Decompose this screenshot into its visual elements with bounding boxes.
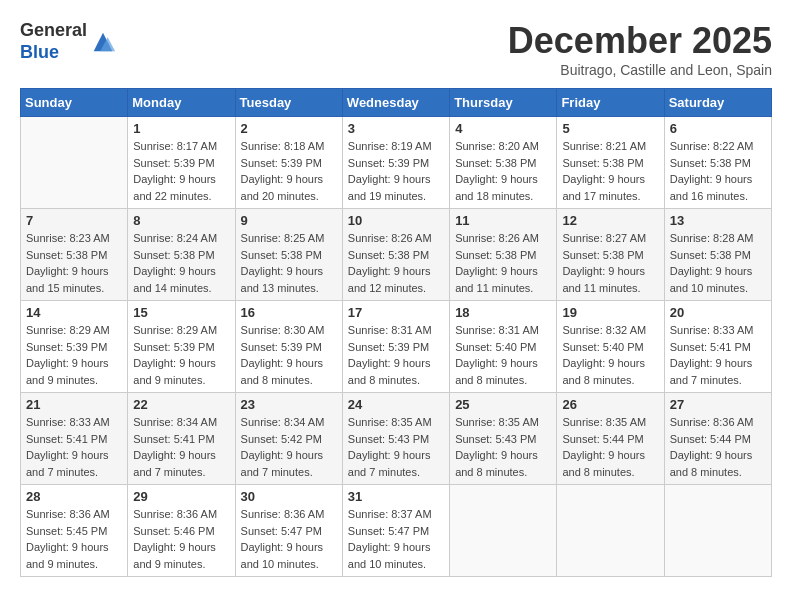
day-number: 23 (241, 397, 337, 412)
calendar-cell: 1Sunrise: 8:17 AMSunset: 5:39 PMDaylight… (128, 117, 235, 209)
calendar-cell: 31Sunrise: 8:37 AMSunset: 5:47 PMDayligh… (342, 485, 449, 577)
day-info: Sunrise: 8:23 AMSunset: 5:38 PMDaylight:… (26, 230, 122, 296)
day-number: 22 (133, 397, 229, 412)
day-number: 20 (670, 305, 766, 320)
calendar-week-row: 7Sunrise: 8:23 AMSunset: 5:38 PMDaylight… (21, 209, 772, 301)
day-number: 9 (241, 213, 337, 228)
day-number: 27 (670, 397, 766, 412)
day-info: Sunrise: 8:26 AMSunset: 5:38 PMDaylight:… (348, 230, 444, 296)
calendar-cell: 23Sunrise: 8:34 AMSunset: 5:42 PMDayligh… (235, 393, 342, 485)
calendar-week-row: 21Sunrise: 8:33 AMSunset: 5:41 PMDayligh… (21, 393, 772, 485)
day-info: Sunrise: 8:37 AMSunset: 5:47 PMDaylight:… (348, 506, 444, 572)
day-number: 17 (348, 305, 444, 320)
day-number: 3 (348, 121, 444, 136)
day-number: 13 (670, 213, 766, 228)
day-info: Sunrise: 8:26 AMSunset: 5:38 PMDaylight:… (455, 230, 551, 296)
day-number: 24 (348, 397, 444, 412)
day-info: Sunrise: 8:25 AMSunset: 5:38 PMDaylight:… (241, 230, 337, 296)
day-info: Sunrise: 8:36 AMSunset: 5:46 PMDaylight:… (133, 506, 229, 572)
calendar-cell: 24Sunrise: 8:35 AMSunset: 5:43 PMDayligh… (342, 393, 449, 485)
day-number: 11 (455, 213, 551, 228)
day-info: Sunrise: 8:33 AMSunset: 5:41 PMDaylight:… (670, 322, 766, 388)
day-number: 30 (241, 489, 337, 504)
day-info: Sunrise: 8:19 AMSunset: 5:39 PMDaylight:… (348, 138, 444, 204)
calendar-cell: 9Sunrise: 8:25 AMSunset: 5:38 PMDaylight… (235, 209, 342, 301)
day-number: 31 (348, 489, 444, 504)
day-info: Sunrise: 8:21 AMSunset: 5:38 PMDaylight:… (562, 138, 658, 204)
day-info: Sunrise: 8:35 AMSunset: 5:43 PMDaylight:… (455, 414, 551, 480)
logo-icon (89, 28, 117, 56)
calendar-cell: 16Sunrise: 8:30 AMSunset: 5:39 PMDayligh… (235, 301, 342, 393)
day-number: 29 (133, 489, 229, 504)
day-info: Sunrise: 8:24 AMSunset: 5:38 PMDaylight:… (133, 230, 229, 296)
day-info: Sunrise: 8:34 AMSunset: 5:41 PMDaylight:… (133, 414, 229, 480)
calendar-cell: 26Sunrise: 8:35 AMSunset: 5:44 PMDayligh… (557, 393, 664, 485)
day-number: 16 (241, 305, 337, 320)
header: General Blue December 2025 Buitrago, Cas… (20, 20, 772, 78)
calendar-cell: 19Sunrise: 8:32 AMSunset: 5:40 PMDayligh… (557, 301, 664, 393)
day-info: Sunrise: 8:20 AMSunset: 5:38 PMDaylight:… (455, 138, 551, 204)
day-number: 18 (455, 305, 551, 320)
day-number: 2 (241, 121, 337, 136)
day-number: 5 (562, 121, 658, 136)
day-number: 1 (133, 121, 229, 136)
calendar-cell: 22Sunrise: 8:34 AMSunset: 5:41 PMDayligh… (128, 393, 235, 485)
day-info: Sunrise: 8:28 AMSunset: 5:38 PMDaylight:… (670, 230, 766, 296)
day-info: Sunrise: 8:29 AMSunset: 5:39 PMDaylight:… (133, 322, 229, 388)
day-info: Sunrise: 8:36 AMSunset: 5:44 PMDaylight:… (670, 414, 766, 480)
calendar-week-row: 14Sunrise: 8:29 AMSunset: 5:39 PMDayligh… (21, 301, 772, 393)
day-info: Sunrise: 8:29 AMSunset: 5:39 PMDaylight:… (26, 322, 122, 388)
day-info: Sunrise: 8:31 AMSunset: 5:39 PMDaylight:… (348, 322, 444, 388)
calendar-cell: 7Sunrise: 8:23 AMSunset: 5:38 PMDaylight… (21, 209, 128, 301)
day-number: 14 (26, 305, 122, 320)
calendar-header-row: SundayMondayTuesdayWednesdayThursdayFrid… (21, 89, 772, 117)
calendar-cell: 20Sunrise: 8:33 AMSunset: 5:41 PMDayligh… (664, 301, 771, 393)
calendar-cell: 2Sunrise: 8:18 AMSunset: 5:39 PMDaylight… (235, 117, 342, 209)
day-number: 6 (670, 121, 766, 136)
day-info: Sunrise: 8:18 AMSunset: 5:39 PMDaylight:… (241, 138, 337, 204)
day-number: 7 (26, 213, 122, 228)
calendar-cell: 21Sunrise: 8:33 AMSunset: 5:41 PMDayligh… (21, 393, 128, 485)
calendar-week-row: 1Sunrise: 8:17 AMSunset: 5:39 PMDaylight… (21, 117, 772, 209)
day-number: 28 (26, 489, 122, 504)
day-info: Sunrise: 8:33 AMSunset: 5:41 PMDaylight:… (26, 414, 122, 480)
logo: General Blue (20, 20, 117, 63)
day-info: Sunrise: 8:31 AMSunset: 5:40 PMDaylight:… (455, 322, 551, 388)
logo-general-text: General (20, 20, 87, 40)
day-number: 21 (26, 397, 122, 412)
day-info: Sunrise: 8:17 AMSunset: 5:39 PMDaylight:… (133, 138, 229, 204)
calendar-cell: 29Sunrise: 8:36 AMSunset: 5:46 PMDayligh… (128, 485, 235, 577)
title-area: December 2025 Buitrago, Castille and Leo… (508, 20, 772, 78)
calendar-cell: 18Sunrise: 8:31 AMSunset: 5:40 PMDayligh… (450, 301, 557, 393)
calendar-header-monday: Monday (128, 89, 235, 117)
day-number: 8 (133, 213, 229, 228)
calendar-cell (664, 485, 771, 577)
day-info: Sunrise: 8:35 AMSunset: 5:44 PMDaylight:… (562, 414, 658, 480)
day-info: Sunrise: 8:36 AMSunset: 5:45 PMDaylight:… (26, 506, 122, 572)
day-number: 12 (562, 213, 658, 228)
calendar-cell (557, 485, 664, 577)
day-info: Sunrise: 8:30 AMSunset: 5:39 PMDaylight:… (241, 322, 337, 388)
calendar-cell (21, 117, 128, 209)
calendar-cell: 8Sunrise: 8:24 AMSunset: 5:38 PMDaylight… (128, 209, 235, 301)
calendar-cell: 13Sunrise: 8:28 AMSunset: 5:38 PMDayligh… (664, 209, 771, 301)
calendar-header-saturday: Saturday (664, 89, 771, 117)
calendar-header-wednesday: Wednesday (342, 89, 449, 117)
day-number: 25 (455, 397, 551, 412)
calendar-cell: 25Sunrise: 8:35 AMSunset: 5:43 PMDayligh… (450, 393, 557, 485)
calendar-cell: 3Sunrise: 8:19 AMSunset: 5:39 PMDaylight… (342, 117, 449, 209)
calendar-cell: 15Sunrise: 8:29 AMSunset: 5:39 PMDayligh… (128, 301, 235, 393)
calendar-cell: 11Sunrise: 8:26 AMSunset: 5:38 PMDayligh… (450, 209, 557, 301)
calendar-cell (450, 485, 557, 577)
day-info: Sunrise: 8:32 AMSunset: 5:40 PMDaylight:… (562, 322, 658, 388)
calendar-cell: 5Sunrise: 8:21 AMSunset: 5:38 PMDaylight… (557, 117, 664, 209)
logo-blue-text: Blue (20, 42, 59, 62)
day-info: Sunrise: 8:35 AMSunset: 5:43 PMDaylight:… (348, 414, 444, 480)
day-info: Sunrise: 8:27 AMSunset: 5:38 PMDaylight:… (562, 230, 658, 296)
calendar-header-friday: Friday (557, 89, 664, 117)
day-number: 26 (562, 397, 658, 412)
calendar-cell: 30Sunrise: 8:36 AMSunset: 5:47 PMDayligh… (235, 485, 342, 577)
calendar-week-row: 28Sunrise: 8:36 AMSunset: 5:45 PMDayligh… (21, 485, 772, 577)
calendar-cell: 28Sunrise: 8:36 AMSunset: 5:45 PMDayligh… (21, 485, 128, 577)
calendar-header-thursday: Thursday (450, 89, 557, 117)
